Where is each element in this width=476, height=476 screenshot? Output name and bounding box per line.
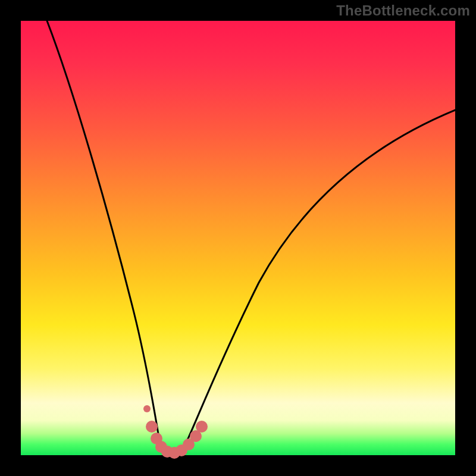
chart-svg	[21, 21, 455, 455]
svg-point-0	[146, 421, 158, 433]
chart-frame: TheBottleneck.com	[0, 0, 476, 476]
bottleneck-curve	[47, 21, 455, 455]
svg-point-8	[196, 421, 208, 433]
highlight-isolated-dot	[143, 405, 151, 412]
watermark-text: TheBottleneck.com	[336, 2, 470, 19]
highlight-markers	[146, 421, 208, 459]
